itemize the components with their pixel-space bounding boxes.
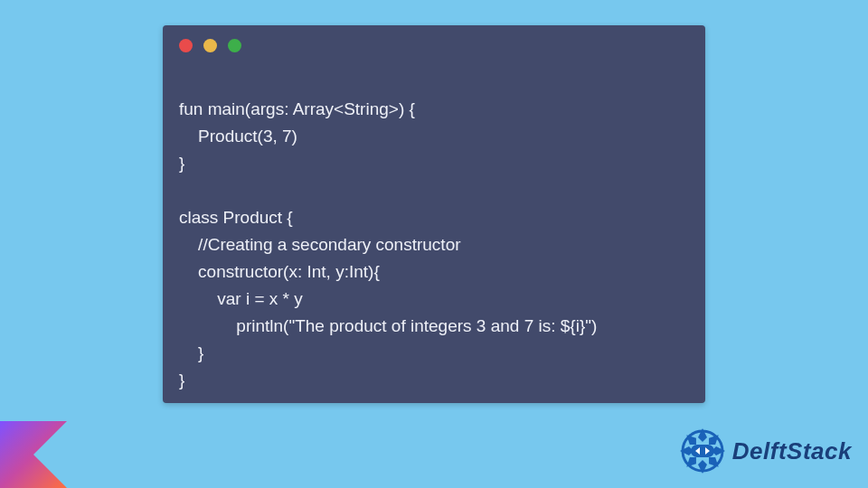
delftstack-logo-icon [678, 427, 727, 475]
minimize-icon[interactable] [203, 39, 217, 52]
svg-marker-0 [0, 421, 67, 488]
kotlin-logo-icon [0, 421, 67, 488]
delftstack-badge: DelftStack [678, 427, 852, 475]
brand-name: DelftStack [732, 437, 852, 465]
close-icon[interactable] [179, 39, 193, 52]
code-window: fun main(args: Array<String>) { Product(… [163, 25, 705, 403]
zoom-icon[interactable] [228, 39, 241, 52]
window-titlebar [163, 25, 705, 65]
code-block: fun main(args: Array<String>) { Product(… [163, 65, 705, 410]
svg-rect-2 [691, 445, 714, 457]
